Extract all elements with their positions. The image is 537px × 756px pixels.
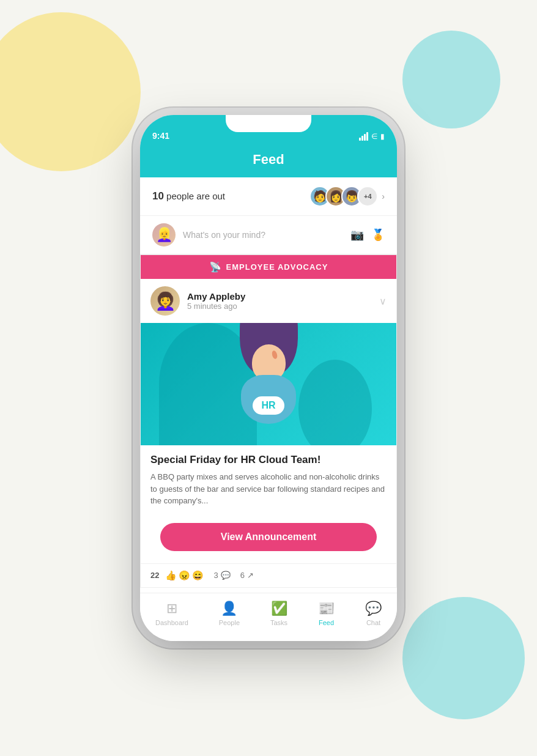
post-title: Special Friday for HR Cloud Team!: [150, 454, 387, 466]
expand-icon[interactable]: ∨: [379, 295, 387, 307]
reaction-emojis: 👍 😠 😄: [165, 570, 204, 581]
app-header: Feed: [140, 146, 397, 177]
broadcast-icon: 📡: [209, 261, 221, 273]
post-author[interactable]: 👩‍🦱 Amy Appleby 5 minutes ago ∨: [141, 279, 396, 323]
char-head-group: [252, 344, 286, 375]
avatar-stack: 🧑 👩 👦 +4: [309, 186, 378, 207]
composer-icons: 📷 🏅: [350, 228, 385, 242]
reaction-count: 22: [150, 571, 159, 580]
post-text-section: Special Friday for HR Cloud Team! A BBQ …: [141, 445, 396, 513]
phone-frame: 9:41 ∈ ▮ Feed 10 people ar: [140, 115, 397, 641]
camera-icon[interactable]: 📷: [350, 228, 364, 242]
hr-cloud-badge: HR: [253, 396, 284, 415]
people-out-count: 10: [152, 190, 164, 202]
bg-circle-teal-bottom: [402, 597, 525, 719]
nav-tasks[interactable]: ✅ Tasks: [264, 598, 294, 629]
post-body: A BBQ party mixes and serves alcoholic a…: [150, 471, 387, 507]
post-author-avatar: 👩‍🦱: [150, 286, 180, 316]
share-count: 6: [240, 571, 245, 580]
nav-feed-label: Feed: [319, 619, 334, 626]
award-icon[interactable]: 🏅: [371, 228, 385, 242]
chevron-right-icon: ›: [382, 191, 385, 201]
post-image: HR: [141, 323, 396, 445]
nav-dashboard-label: Dashboard: [155, 619, 188, 626]
advocacy-header: 📡 EMPLOYEE ADVOCACY: [141, 255, 396, 279]
battery-icon: ▮: [380, 132, 385, 141]
thumbs-up-emoji[interactable]: 👍: [165, 570, 177, 581]
post-author-name: Amy Appleby: [187, 291, 372, 302]
signal-icon: [359, 132, 368, 141]
composer-avatar: 👱‍♀️: [152, 223, 176, 246]
phone-wrapper: 9:41 ∈ ▮ Feed 10 people ar: [140, 115, 397, 641]
char-body: HR: [241, 375, 296, 424]
view-announcement-button[interactable]: View Announcement: [160, 523, 377, 551]
laugh-emoji[interactable]: 😄: [192, 570, 204, 581]
nav-dashboard[interactable]: ⊞ Dashboard: [149, 598, 194, 629]
composer-input[interactable]: What's on your mind?: [183, 230, 343, 240]
people-out-label: people are out: [166, 191, 225, 201]
nav-people[interactable]: 👤 People: [213, 598, 246, 629]
status-icons: ∈ ▮: [359, 132, 385, 141]
content-area: 10 people are out 🧑 👩 👦 +4: [140, 177, 397, 593]
bg-circle-yellow: [0, 12, 141, 171]
advocacy-card: 📡 EMPLOYEE ADVOCACY 👩‍🦱 Amy Appleby 5 mi…: [140, 254, 397, 588]
nav-people-label: People: [219, 619, 240, 626]
comment-group: 3 💬: [213, 571, 230, 580]
share-icon[interactable]: ↗: [247, 571, 254, 580]
phone-notch: [226, 115, 311, 132]
reactions-bar: 22 👍 😠 😄 3 💬 6 ↗: [141, 563, 396, 587]
comment-icon[interactable]: 💬: [221, 571, 231, 580]
post-composer[interactable]: 👱‍♀️ What's on your mind? 📷 🏅: [140, 216, 397, 254]
people-out-text: 10 people are out: [152, 190, 225, 202]
composer-avatar-face: 👱‍♀️: [156, 227, 172, 243]
nav-feed[interactable]: 📰 Feed: [312, 598, 341, 629]
feed-icon: 📰: [318, 601, 335, 617]
chat-icon: 💬: [365, 601, 382, 617]
post-author-time: 5 minutes ago: [187, 302, 372, 311]
angry-emoji[interactable]: 😠: [179, 570, 190, 581]
share-group: 6 ↗: [240, 571, 254, 580]
people-icon: 👤: [221, 601, 237, 617]
comment-count: 3: [213, 571, 218, 580]
nav-chat-label: Chat: [366, 619, 380, 626]
nav-chat[interactable]: 💬 Chat: [359, 598, 388, 629]
dashboard-icon: ⊞: [166, 601, 177, 617]
avatar-overflow-badge: +4: [357, 186, 378, 207]
tasks-icon: ✅: [271, 601, 287, 617]
bottom-nav: ⊞ Dashboard 👤 People ✅ Tasks 📰 Feed 💬 Ch…: [140, 593, 397, 641]
people-out-section[interactable]: 10 people are out 🧑 👩 👦 +4: [140, 177, 397, 216]
avatar-stack-group[interactable]: 🧑 👩 👦 +4 ›: [309, 186, 385, 207]
status-time: 9:41: [152, 131, 169, 141]
bg-circle-teal-top: [402, 31, 500, 128]
post-author-info: Amy Appleby 5 minutes ago: [187, 291, 372, 311]
nav-tasks-label: Tasks: [270, 619, 287, 626]
character-illustration: HR: [241, 344, 296, 424]
advocacy-label: EMPLOYEE ADVOCACY: [226, 262, 328, 272]
view-btn-wrapper: View Announcement: [141, 513, 396, 563]
page-title: Feed: [253, 152, 284, 167]
wifi-icon: ∈: [371, 132, 377, 141]
post-avatar-face: 👩‍🦱: [155, 291, 176, 311]
